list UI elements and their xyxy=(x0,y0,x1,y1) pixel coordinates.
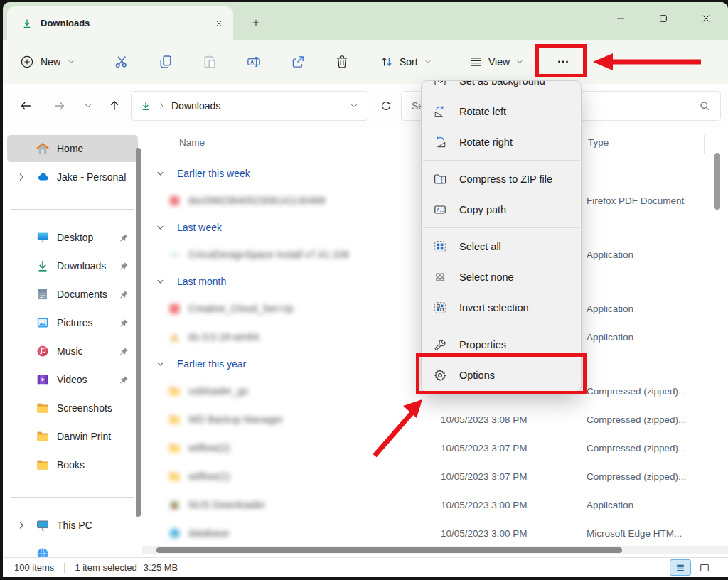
column-header-name[interactable]: Name xyxy=(179,137,205,148)
back-button[interactable] xyxy=(13,92,40,119)
sidebar-item-screenshots[interactable]: Screenshots xyxy=(7,394,138,421)
column-header-type[interactable]: Type xyxy=(588,137,609,148)
tab-title: Downloads xyxy=(41,18,215,28)
delete-button[interactable] xyxy=(326,48,358,76)
file-name: wiiflow(1) xyxy=(188,471,230,482)
file-row[interactable]: NUS Downloader 10/05/2023 3:00 PM Applic… xyxy=(142,490,718,519)
sidebar-item-books[interactable]: Books xyxy=(7,451,138,478)
copy-button[interactable] xyxy=(150,48,181,76)
chevron-right-icon[interactable] xyxy=(16,143,27,154)
new-label: New xyxy=(41,56,60,68)
sidebar-item-home[interactable]: Home xyxy=(7,135,138,162)
details-view-icon xyxy=(675,562,686,574)
details-view-button[interactable] xyxy=(670,559,691,576)
chevron-right-icon[interactable] xyxy=(16,289,27,300)
share-button[interactable] xyxy=(282,48,314,76)
sidebar-item-desktop[interactable]: Desktop xyxy=(7,224,138,251)
status-bar: 100 items 1 item selected 3.25 MB xyxy=(3,557,728,577)
chevron-right-icon[interactable] xyxy=(16,171,27,183)
file-row[interactable]: wiiflow(2) 10/05/2023 3:07 PM Compressed… xyxy=(142,434,718,462)
chevron-right-icon[interactable] xyxy=(16,345,27,357)
menu-item-select-all[interactable]: Select all xyxy=(422,231,581,262)
menu-item-label: Select all xyxy=(459,241,501,252)
maximize-button[interactable] xyxy=(647,4,680,33)
pin-icon xyxy=(119,232,129,243)
file-date-modified: 10/05/2023 3:08 PM xyxy=(441,414,528,425)
menu-item-select-none[interactable]: Select none xyxy=(422,262,581,292)
sidebar-item-downloads[interactable]: Downloads xyxy=(7,252,138,279)
cut-icon xyxy=(114,54,129,70)
view-icon xyxy=(469,55,483,69)
sidebar-item-network[interactable] xyxy=(7,540,138,557)
menu-item-label: Set as background xyxy=(459,80,545,87)
cut-button[interactable] xyxy=(106,48,137,76)
thumbnail-view-button[interactable] xyxy=(694,559,715,576)
file-name: database xyxy=(188,527,230,539)
chevron-right-icon[interactable] xyxy=(16,459,27,471)
sidebar-item-documents[interactable]: Documents xyxy=(7,281,138,308)
sidebar-item-pictures[interactable]: Pictures xyxy=(7,309,138,336)
new-tab-button[interactable] xyxy=(245,14,267,32)
sidebar-item-label: Videos xyxy=(57,374,119,385)
chevron-right-icon[interactable] xyxy=(16,548,27,557)
sidebar-item-videos[interactable]: Videos xyxy=(7,366,138,393)
horizontal-scrollbar-thumb[interactable] xyxy=(156,547,622,553)
menu-item-copy-path[interactable]: Copy path xyxy=(422,194,581,225)
address-dropdown-icon[interactable] xyxy=(349,101,359,111)
file-date-modified: 10/05/2023 3:00 PM xyxy=(441,500,528,510)
forward-button[interactable] xyxy=(46,92,73,119)
chevron-down-icon[interactable] xyxy=(155,276,166,287)
vertical-scrollbar-thumb[interactable] xyxy=(714,153,720,210)
chevron-right-icon[interactable] xyxy=(16,431,27,442)
breadcrumb[interactable]: Downloads xyxy=(171,100,343,112)
file-name: wiiflow(2) xyxy=(188,442,230,453)
up-button[interactable] xyxy=(101,92,128,119)
menu-item-compress-to-zip-file[interactable]: Compress to ZIP file xyxy=(422,163,581,194)
chevron-right-icon[interactable] xyxy=(16,232,27,243)
sidebar-item-darwin-print[interactable]: Darwin Print xyxy=(7,423,138,450)
close-button[interactable] xyxy=(690,4,722,33)
chevron-right-icon[interactable] xyxy=(16,374,27,385)
minimize-button[interactable] xyxy=(604,4,637,33)
sidebar-item-this-pc[interactable]: This PC xyxy=(7,512,138,539)
chevron-right-icon[interactable] xyxy=(16,402,27,414)
recent-locations-button[interactable] xyxy=(75,92,102,119)
chevron-right-icon[interactable] xyxy=(16,317,27,328)
maximize-icon xyxy=(658,13,669,24)
chevron-right-icon[interactable] xyxy=(16,260,27,272)
menu-item-rotate-right[interactable]: Rotate right xyxy=(422,127,581,157)
rename-button[interactable] xyxy=(238,48,269,76)
address-bar[interactable]: Downloads xyxy=(131,91,368,121)
file-row[interactable]: database 10/05/2023 3:00 PM Microsoft Ed… xyxy=(142,519,718,547)
sidebar-item-jake-personal[interactable]: Jake - Personal xyxy=(7,163,138,190)
pictures-icon xyxy=(36,316,50,330)
chevron-right-icon[interactable] xyxy=(16,520,27,531)
menu-item-rotate-left[interactable]: Rotate left xyxy=(422,96,581,127)
column-divider[interactable] xyxy=(704,135,705,154)
sidebar-scrollbar[interactable] xyxy=(136,148,141,517)
menu-item-label: Compress to ZIP file xyxy=(459,173,552,185)
file-row[interactable]: wiiflow(1) 10/05/2023 3:07 PM Compressed… xyxy=(142,462,718,490)
file-name: Creative_Cloud_Set-Up xyxy=(188,303,294,314)
group-header-label: Last week xyxy=(177,222,222,233)
chevron-down-icon[interactable] xyxy=(155,222,166,233)
new-button[interactable]: New xyxy=(13,48,82,76)
chevron-down-icon[interactable] xyxy=(155,359,166,370)
menu-item-set-as-background[interactable]: Set as background xyxy=(422,80,581,96)
paste-button[interactable] xyxy=(194,48,225,76)
sidebar-item-label: Music xyxy=(57,345,119,357)
file-type: Compressed (zipped)... xyxy=(587,414,686,425)
refresh-button[interactable] xyxy=(373,92,400,119)
horizontal-scrollbar[interactable] xyxy=(142,546,728,554)
pin-icon xyxy=(119,549,129,558)
tab-close-icon[interactable] xyxy=(215,19,223,28)
chevron-down-icon[interactable] xyxy=(155,168,166,179)
network-icon xyxy=(36,547,50,557)
view-button[interactable]: View xyxy=(461,48,531,76)
tab-downloads[interactable]: Downloads xyxy=(7,6,233,40)
pin-icon xyxy=(119,261,129,272)
sort-button[interactable]: Sort xyxy=(373,48,439,76)
file-row[interactable]: WD Backup Manager 10/05/2023 3:08 PM Com… xyxy=(142,405,718,434)
menu-item-invert-selection[interactable]: Invert selection xyxy=(422,292,581,323)
sidebar-item-music[interactable]: Music xyxy=(7,338,138,365)
